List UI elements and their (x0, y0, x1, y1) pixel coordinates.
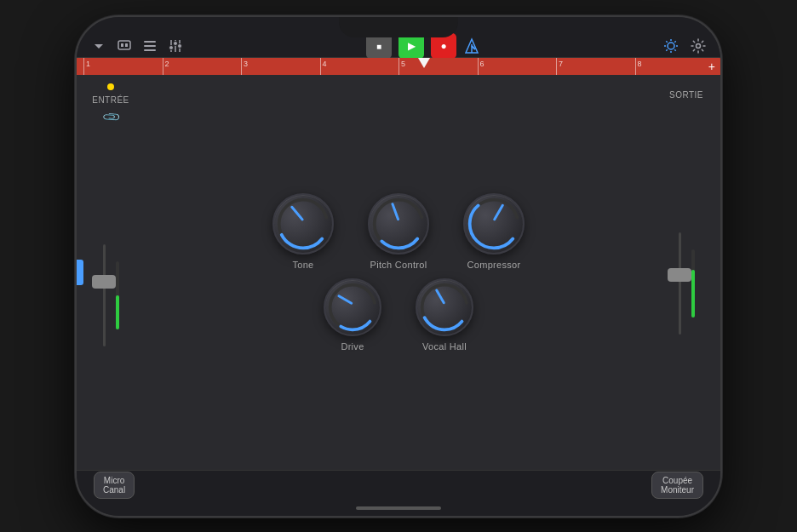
play-button[interactable]: ▶ (398, 33, 424, 59)
notch (339, 17, 458, 37)
input-channel-strip: ENTRÉE 📎 (77, 75, 145, 470)
ruler-mark-1: 1 (83, 58, 163, 75)
pin-icon: 📎 (100, 106, 120, 126)
monitor-line2: Moniteur (661, 485, 694, 495)
vocal-hall-label: Vocal Hall (422, 341, 467, 352)
tone-knob[interactable] (272, 193, 334, 255)
ruler-mark-5: 5 (398, 58, 478, 75)
input-channel-line2: Canal (103, 485, 125, 495)
add-track-button[interactable]: + (708, 60, 715, 73)
loop-icon[interactable] (116, 37, 133, 54)
home-bar (356, 506, 441, 510)
compressor-knob[interactable] (463, 193, 525, 255)
playhead[interactable] (418, 58, 430, 68)
active-indicator (107, 83, 114, 90)
input-fader-section (103, 129, 119, 463)
input-fader-track[interactable] (103, 244, 106, 346)
knobs-row-1: Tone Pitch Control (272, 193, 525, 270)
output-fader-thumb[interactable] (668, 268, 691, 282)
input-fader-group (103, 240, 119, 351)
mixer-area: ENTRÉE 📎 (77, 75, 720, 470)
svg-line-22 (674, 41, 675, 42)
stop-button[interactable]: ■ (366, 33, 392, 59)
screen: ■ ▶ ● (77, 17, 720, 516)
svg-point-24 (697, 44, 701, 49)
ruler-mark-4: 4 (320, 58, 399, 75)
output-fader-track[interactable] (679, 232, 681, 335)
ruler-mark-3: 3 (241, 58, 320, 75)
svg-rect-2 (125, 43, 128, 47)
input-fader-thumb[interactable] (92, 275, 116, 289)
input-channel-button[interactable]: Micro Canal (94, 472, 135, 499)
effects-area: Tone Pitch Control (145, 75, 652, 470)
drive-knob-container: Drive (324, 278, 381, 352)
pitch-control-knob[interactable] (368, 193, 429, 255)
smart-controls-button[interactable] (662, 37, 679, 54)
vocal-hall-knob[interactable] (416, 278, 473, 336)
input-level-meter (116, 261, 119, 329)
svg-rect-3 (144, 41, 156, 43)
ruler-marks: 1 2 3 4 5 6 7 8 (83, 58, 714, 75)
tone-knob-container: Tone (272, 193, 334, 270)
input-level-fill (116, 295, 119, 329)
output-level-fill (691, 270, 695, 317)
track-dropdown-button[interactable] (90, 37, 107, 54)
pitch-control-knob-container: Pitch Control (368, 193, 429, 270)
compressor-knob-container: Compressor (463, 193, 525, 270)
side-panel-indicator[interactable] (77, 260, 83, 285)
ruler-mark-7: 7 (556, 58, 635, 75)
tone-label: Tone (292, 260, 313, 270)
svg-line-21 (674, 49, 675, 50)
monitor-line1: Coupée (661, 476, 694, 485)
record-button[interactable]: ● (431, 33, 456, 59)
tracks-list-icon[interactable] (141, 37, 158, 54)
svg-rect-4 (144, 45, 156, 47)
drive-knob[interactable] (324, 278, 381, 336)
vocal-hall-knob-container: Vocal Hall (416, 278, 473, 352)
compressor-label: Compressor (467, 260, 521, 270)
ruler-mark-8: 8 (635, 58, 714, 75)
home-indicator (77, 501, 720, 516)
ruler-mark-2: 2 (163, 58, 242, 75)
knobs-row-2: Drive Vocal Hall (324, 278, 473, 352)
svg-point-11 (178, 44, 182, 49)
input-channel-line1: Micro (103, 476, 125, 485)
power-button[interactable] (720, 153, 722, 213)
toolbar-left-group (90, 37, 184, 54)
svg-line-23 (666, 49, 667, 50)
settings-button[interactable] (690, 37, 707, 54)
monitor-button[interactable]: Coupée Moniteur (651, 472, 703, 499)
metronome-button[interactable] (463, 37, 480, 54)
output-fader-section (679, 105, 695, 463)
mixer-icon[interactable] (167, 37, 184, 54)
phone-frame: ■ ▶ ● (75, 15, 722, 518)
svg-line-20 (666, 41, 667, 42)
output-label: SORTIE (669, 90, 703, 100)
svg-point-10 (174, 42, 178, 46)
transport-controls: ■ ▶ ● (194, 33, 652, 59)
output-channel-strip: SORTIE (652, 75, 720, 470)
ruler-mark-6: 6 (478, 58, 557, 75)
svg-point-9 (169, 46, 174, 50)
output-fader-group (679, 228, 695, 339)
pitch-control-label: Pitch Control (370, 260, 427, 270)
output-level-meter (691, 249, 695, 317)
svg-rect-5 (144, 49, 156, 51)
svg-rect-1 (121, 43, 123, 47)
svg-point-15 (668, 43, 674, 49)
drive-label: Drive (341, 341, 364, 352)
toolbar-right-group (662, 37, 707, 54)
bottom-bar: Micro Canal Coupée Moniteur (77, 470, 720, 501)
timeline-ruler[interactable]: 1 2 3 4 5 6 7 8 + (77, 58, 720, 75)
input-label: ENTRÉE (92, 95, 129, 105)
svg-rect-0 (118, 41, 130, 49)
